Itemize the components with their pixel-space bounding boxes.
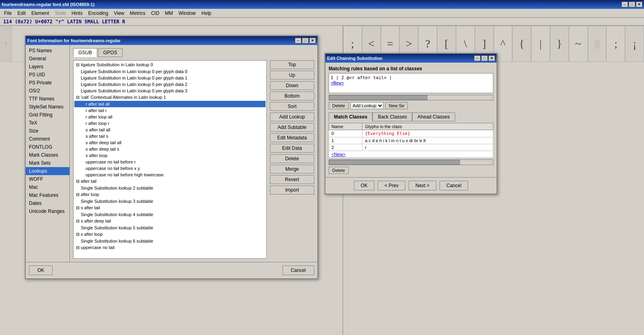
lookup-item-2[interactable]: ⊟ after tail [74,178,266,185]
btn-sort[interactable]: Sort [270,102,314,111]
lookup-subitem-0-2[interactable]: Ligature Substitution in Latin lookup 0 … [74,81,266,88]
sidebar-item-mark-classes[interactable]: Mark Classes [26,151,70,159]
tab-match-classes[interactable]: Match Classes [329,112,372,121]
tab-back-classes[interactable]: Back Classes [372,112,412,121]
lookup-item-0[interactable]: ⊟ ligature Substitution in Latin lookup … [74,61,266,68]
btn-add-lookup[interactable]: Add Lookup [270,112,314,121]
menu-element[interactable]: Element [29,10,51,17]
menu-window[interactable]: Window [176,10,198,17]
btn-edit-metadata[interactable]: Edit Metadata [270,133,314,142]
lookup-subitem-1-2[interactable]: r after loop all [74,114,266,120]
menu-cid[interactable]: CID [149,10,162,17]
chain-ok-button[interactable]: OK [354,181,374,190]
lookup-subitem-1-8[interactable]: x after loop [74,152,266,159]
chain-new-se-btn[interactable]: New Se [385,102,408,109]
sidebar-item-fontlog[interactable]: FONTLOG [26,143,70,151]
class-row-new[interactable]: <New> [329,151,493,158]
tab-gsub[interactable]: GSUB [73,48,97,57]
lookup-item-1[interactable]: ⊟ 'calt' Contextual Alternates in Latin … [74,94,266,101]
sidebar-item-mark-sets[interactable]: Mark Sets [26,159,70,167]
sidebar-item-mac-features[interactable]: Mac Features [26,191,70,199]
lookup-item-7[interactable]: ⊟ uppercase no tail [74,244,266,251]
menu-metrics[interactable]: Metrics [127,10,148,17]
menu-mm[interactable]: MM [163,10,176,17]
menu-file[interactable]: File [2,10,14,17]
lookup-subitem-6-0[interactable]: Single Substitution lookup 6 subtable [74,238,266,244]
lookup-subitem-1-6[interactable]: s after deep tail all [74,139,266,146]
class-new-link[interactable]: <New> [331,152,346,157]
lookup-subitem-1-4[interactable]: s after tail all [74,127,266,133]
btn-down[interactable]: Down [270,81,314,90]
lookup-subitem-4-0[interactable]: Single Substitution lookup 4 subtable [74,211,266,218]
chain-minimize-button[interactable]: ─ [474,55,480,61]
rule-horizontal-scrollbar[interactable] [329,95,493,100]
font-info-ok-button[interactable]: OK [29,266,53,275]
sidebar-item-general[interactable]: General [26,55,70,63]
rule-text-area[interactable]: 1 | 2 @<r after tail> | <New> [329,73,493,93]
sidebar-item-styleset-names[interactable]: StyleSet Names [26,103,70,111]
btn-add-subtable[interactable]: Add Subtable [270,123,314,132]
lookup-item-5[interactable]: ⊟ s after deep tail [74,218,266,225]
font-info-maximize-button[interactable]: □ [302,38,309,43]
chain-prev-button[interactable]: < Prev [378,181,405,190]
sidebar-item-dates[interactable]: Dates [26,199,70,207]
btn-up[interactable]: Up [270,71,314,80]
chain-maximize-button[interactable]: □ [481,55,488,61]
btn-revert[interactable]: Revert [270,175,314,184]
class-row-2[interactable]: 2 r [329,144,493,151]
lookup-subitem-1-3[interactable]: r after loop r [74,120,266,127]
close-button[interactable]: ✕ [636,2,642,7]
lookup-subitem-2-0[interactable]: Single Substitution lookup 2 subtable [74,185,266,191]
sidebar-item-ps-private[interactable]: PS Private [26,79,70,87]
btn-delete[interactable]: Delete [270,154,314,163]
btn-bottom[interactable]: Bottom [270,92,314,100]
sidebar-item-size[interactable]: Size [26,127,70,135]
lookup-subitem-1-5[interactable]: s after tail s [74,133,266,139]
chain-add-lookup-select[interactable]: Add Lookup [350,102,384,109]
sidebar-item-comment[interactable]: Comment [26,135,70,143]
lookup-list[interactable]: ⊟ ligature Substitution in Latin lookup … [73,60,267,259]
lookup-subitem-5-0[interactable]: Single Substitution lookup 5 subtable [74,225,266,231]
class-delete-btn[interactable]: Delete [329,167,349,174]
sidebar-item-ps-names[interactable]: PS Names [26,47,70,55]
chain-close-button[interactable]: ✕ [489,55,495,61]
sidebar-item-layers[interactable]: Layers [26,63,70,71]
chain-delete-btn[interactable]: Delete [329,102,349,109]
menu-view[interactable]: View [111,10,127,17]
sidebar-item-woff[interactable]: WOFF [26,175,70,183]
chain-cancel-button[interactable]: Cancel [440,181,468,190]
sidebar-item-tex[interactable]: TeX [26,119,70,127]
btn-merge[interactable]: Merge [270,165,314,174]
font-info-cancel-button[interactable]: Cancel [282,266,314,275]
class-row-0[interactable]: 0 {Everything Else} [329,130,493,137]
rule-new-link[interactable]: <New> [331,80,491,86]
menu-encoding[interactable]: Encoding [86,10,110,17]
sidebar-item-ttf-names[interactable]: TTF Names [26,95,70,103]
lookup-subitem-1-0[interactable]: r after tail all [74,101,266,107]
lookup-subitem-1-1[interactable]: r after tail r [74,107,266,114]
sidebar-item-ps-uid[interactable]: PS UID [26,71,70,79]
sidebar-item-unicode-ranges[interactable]: Unicode Ranges [26,207,70,215]
menu-help[interactable]: Help [199,10,214,17]
tab-gpos[interactable]: GPOS [98,48,123,57]
lookup-subitem-0-3[interactable]: Ligature Substitution in Latin lookup 0 … [74,88,266,94]
class-row-1[interactable]: 1 a c d e h i k l m n t u x dr br tr fr [329,137,493,144]
lookup-subitem-1-10[interactable]: uppercase no tail before x y [74,165,266,172]
menu-edit[interactable]: Edit [15,10,28,17]
menu-tools[interactable]: Tools [52,10,68,17]
btn-import[interactable]: Import [270,186,314,194]
lookup-subitem-0-1[interactable]: Ligature Substitution in Latin lookup 0 … [74,75,266,81]
minimize-button[interactable]: ─ [622,2,628,7]
sidebar-item-mac[interactable]: Mac [26,183,70,191]
lookup-item-3[interactable]: ⊟ after loop [74,191,266,198]
font-info-close-button[interactable]: ✕ [309,38,316,43]
font-info-minimize-button[interactable]: ─ [295,38,301,43]
menu-hints[interactable]: Hints [69,10,85,17]
btn-edit-data[interactable]: Edit Data [270,144,314,153]
tab-ahead-classes[interactable]: Ahead Classes [412,112,455,121]
maximize-button[interactable]: □ [629,2,635,7]
lookup-subitem-0-0[interactable]: Ligature Substitution in Latin lookup 0 … [74,68,266,75]
sidebar-item-lookups[interactable]: Lookups [26,167,70,175]
lookup-subitem-1-9[interactable]: uppercase no tail before r [74,159,266,165]
table-horizontal-scrollbar[interactable] [329,159,493,165]
